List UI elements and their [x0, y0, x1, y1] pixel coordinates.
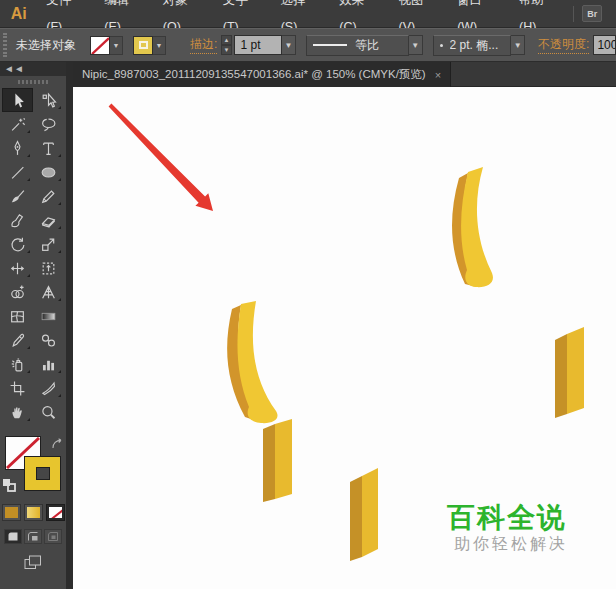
collapse-panel-icon[interactable]: ◄◄	[4, 64, 24, 74]
tool-zoom[interactable]	[33, 400, 64, 424]
stroke-hole-icon	[36, 467, 50, 480]
swap-fill-stroke-icon[interactable]	[51, 436, 63, 448]
blob-brush-icon	[9, 212, 26, 229]
tool-mesh[interactable]	[2, 304, 33, 328]
fill-color-swatch[interactable]	[90, 36, 110, 55]
mesh-icon	[9, 308, 26, 325]
tool-perspective-grid[interactable]	[33, 280, 64, 304]
tool-blend[interactable]	[33, 328, 64, 352]
tool-paintbrush[interactable]	[2, 184, 33, 208]
gradient-swatch-icon	[27, 507, 40, 518]
tab-close-icon[interactable]: ×	[435, 69, 441, 81]
profile-dropdown[interactable]: ▼	[409, 35, 423, 55]
stroke-profile-preview-icon	[313, 44, 347, 46]
bar-middle[interactable]	[263, 419, 292, 502]
opacity-input[interactable]: 100	[593, 35, 616, 55]
peel-strip-middle-left[interactable]	[227, 301, 277, 423]
tool-rotate[interactable]	[2, 232, 33, 256]
stroke-weight-stepper[interactable]: ▲ ▼	[221, 35, 231, 55]
stroke-color-swatch[interactable]	[133, 36, 153, 55]
tool-selection[interactable]	[2, 88, 33, 112]
tool-lasso[interactable]	[33, 112, 64, 136]
artboard-canvas[interactable]: 百科全说 助你轻松解决	[73, 87, 616, 589]
stepper-up-icon[interactable]: ▲	[221, 35, 231, 45]
tool-eraser[interactable]	[33, 208, 64, 232]
tool-pen[interactable]	[2, 136, 33, 160]
screen-mode-button[interactable]	[20, 553, 46, 572]
lasso-icon	[40, 116, 57, 133]
artboard-icon	[9, 380, 26, 397]
scale-icon	[40, 236, 57, 253]
draw-normal-button[interactable]	[4, 529, 22, 544]
document-tab[interactable]: Nipic_8987003_20111209135547001366.ai* @…	[73, 62, 451, 87]
bridge-button[interactable]: Br	[582, 5, 602, 22]
stroke-swatch-icon	[139, 41, 148, 49]
annotation-arrow	[109, 104, 213, 211]
tool-eyedropper[interactable]	[2, 328, 33, 352]
tool-magic-wand[interactable]	[2, 112, 33, 136]
eraser-icon	[40, 212, 57, 229]
selection-icon	[9, 92, 26, 109]
tool-line-segment[interactable]	[2, 160, 33, 184]
tools-panel-grip[interactable]	[0, 76, 66, 88]
app-logo: Ai	[0, 5, 37, 23]
bar-right[interactable]	[555, 327, 584, 418]
none-swatch-icon	[49, 507, 62, 518]
tool-grid	[0, 88, 66, 424]
opacity-panel-link[interactable]: 不透明度:	[538, 36, 589, 54]
draw-behind-button[interactable]	[24, 529, 42, 544]
tool-hand[interactable]	[2, 400, 33, 424]
tool-artboard[interactable]	[2, 376, 33, 400]
tool-pencil[interactable]	[33, 184, 64, 208]
tools-panel-header: ◄◄	[0, 62, 66, 76]
rotate-icon	[9, 236, 26, 253]
bar-bottom-center[interactable]	[350, 468, 378, 561]
tool-direct-selection[interactable]	[33, 88, 64, 112]
stroke-profile-value: 等比	[355, 37, 379, 54]
watermark-subtitle: 助你轻松解决	[454, 534, 568, 555]
quick-swatch-row	[0, 504, 66, 521]
draw-inside-button[interactable]	[44, 529, 62, 544]
default-fill-stroke-icon[interactable]	[2, 478, 16, 492]
stroke-dropdown-arrow[interactable]: ▼	[153, 36, 166, 55]
brush-dropdown[interactable]: ▼	[511, 35, 525, 55]
tool-shape-builder[interactable]	[2, 280, 33, 304]
tool-slice[interactable]	[33, 376, 64, 400]
stroke-weight-dropdown[interactable]: ▼	[282, 35, 296, 55]
magic-wand-icon	[9, 116, 26, 133]
color-swatch-button[interactable]	[2, 504, 21, 521]
control-bar: 未选择对象 ▼ ▼ 描边: ▲ ▼ 1 pt ▼ 等比 ▼ 2 pt	[0, 28, 616, 62]
variable-width-profile-select[interactable]: 等比	[306, 35, 409, 56]
width-icon	[9, 260, 26, 277]
menu-separator	[573, 6, 574, 22]
gradient-icon	[40, 308, 57, 325]
slice-icon	[40, 380, 57, 397]
control-bar-grip[interactable]	[3, 33, 7, 57]
tool-width[interactable]	[2, 256, 33, 280]
selection-status: 未选择对象	[16, 37, 76, 54]
tool-scale[interactable]	[33, 232, 64, 256]
document-tab-bar: Nipic_8987003_20111209135547001366.ai* @…	[73, 62, 616, 87]
fill-stroke-indicator	[0, 436, 66, 498]
tool-column-graph[interactable]	[33, 352, 64, 376]
tool-free-transform[interactable]	[33, 256, 64, 280]
gradient-swatch-button[interactable]	[24, 504, 43, 521]
tool-symbol-sprayer[interactable]	[2, 352, 33, 376]
stepper-down-icon[interactable]: ▼	[221, 45, 231, 55]
tool-type[interactable]	[33, 136, 64, 160]
stroke-indicator[interactable]	[24, 456, 61, 491]
stroke-weight-input[interactable]: 1 pt	[234, 35, 283, 55]
tool-ellipse[interactable]	[33, 160, 64, 184]
brush-definition-select[interactable]: 2 pt. 椭...	[433, 35, 512, 56]
screen-mode-icon	[24, 555, 42, 570]
eyedropper-icon	[9, 332, 26, 349]
none-swatch-button[interactable]	[46, 504, 65, 521]
fill-dropdown-arrow[interactable]: ▼	[110, 36, 123, 55]
stroke-panel-link[interactable]: 描边:	[190, 36, 217, 54]
menu-bar: Ai 文件(F)编辑(E)对象(O)文字(T)选择(S)效果(C)视图(V)窗口…	[0, 0, 616, 28]
peel-strip-top-right[interactable]	[452, 167, 493, 287]
tool-blob-brush[interactable]	[2, 208, 33, 232]
draw-behind-icon	[27, 531, 39, 542]
color-swatch-icon	[5, 507, 18, 518]
tool-gradient[interactable]	[33, 304, 64, 328]
